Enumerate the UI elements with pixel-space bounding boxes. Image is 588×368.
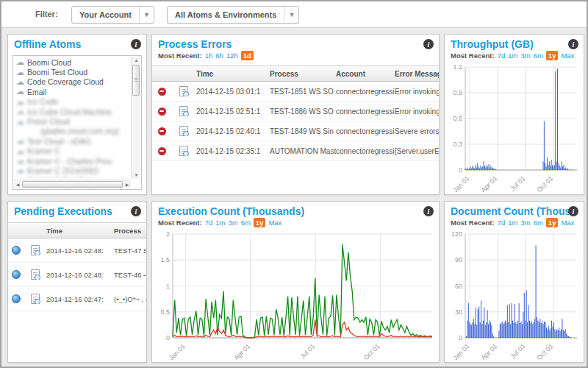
cell-time: 2014-12-15 03:01:1 [196, 88, 270, 96]
vertical-scrollbar[interactable]: ▲ ▼ [131, 57, 140, 179]
account-filter-dropdown[interactable]: Your Account ▼ [71, 6, 154, 24]
view-log-icon[interactable] [31, 294, 40, 304]
process-errors-rows: 2014-12-15 03:01:1 TEST-1851 WS SO conne… [152, 82, 439, 161]
scroll-up-icon[interactable]: ▲ [132, 57, 141, 64]
most-recent-label: Most Recent: [451, 219, 495, 227]
period-link[interactable]: 3m [520, 219, 530, 227]
offline-atoms-list: ☁ Boomi Cloud ☁ Boomi Test Cloud ☁ Code … [15, 57, 129, 178]
view-log-icon[interactable] [31, 245, 40, 255]
cloud-icon: ☁ [15, 137, 25, 145]
period-link[interactable]: 1y [546, 218, 559, 227]
info-icon[interactable]: i [423, 39, 434, 49]
table-row: 2014-12-15 03:01:1 TEST-1851 WS SO conne… [152, 82, 439, 102]
info-icon[interactable]: i [131, 39, 141, 49]
document-count-panel: Document Count (Thousands) i Most Recent… [444, 201, 584, 363]
list-item[interactable]: ☁ Prime Cloud [15, 116, 129, 126]
view-log-icon[interactable] [179, 86, 188, 96]
svg-text:0.9: 0.9 [453, 89, 462, 96]
period-link[interactable]: 6h [215, 52, 223, 60]
period-link[interactable]: 1d [241, 51, 254, 60]
list-item[interactable]: ☁ Kramer C [15, 146, 129, 156]
svg-text:30: 30 [455, 308, 462, 316]
col-process: Process [270, 70, 336, 78]
scrollbar-thumb[interactable] [132, 65, 140, 96]
view-log-icon[interactable] [31, 269, 40, 280]
cloud-icon: ☁ [15, 166, 25, 174]
table-row: 2014-12-15 02:51:1 TEST-1886 WS SO conne… [152, 102, 439, 121]
info-icon[interactable]: i [568, 39, 578, 49]
period-link[interactable]: 7d [498, 52, 506, 60]
svg-text:Apr 01: Apr 01 [480, 174, 499, 192]
period-link[interactable]: 1m [215, 219, 225, 227]
svg-text:Jul 01: Jul 01 [299, 342, 317, 360]
cell-time: 2014-12-16 02:48: [46, 271, 114, 279]
view-log-icon[interactable] [179, 126, 188, 136]
execution-count-chart: 00.511.52Jan 01Apr 01Jul 01Oct 01 [155, 230, 436, 360]
horizontal-scrollbar[interactable]: ◀ ▶ [14, 180, 131, 188]
list-item[interactable]: ☁ Ico Code [15, 97, 129, 107]
list-item[interactable]: (gladier.cloud.com.reg) [15, 127, 129, 136]
cell-time: 2014-12-15 02:51:1 [196, 107, 270, 116]
list-item[interactable]: ☁ Kramer C Sandbox [15, 176, 129, 178]
list-item[interactable]: ☁ Email [15, 87, 129, 96]
period-link[interactable]: 12h [226, 52, 238, 60]
cell-time: 2014-12-16 02:47: [46, 295, 114, 303]
atoms-filter-dropdown[interactable]: All Atoms & Environments ▼ [167, 6, 299, 24]
panel-title: Offline Atoms [14, 38, 81, 50]
svg-text:Jul 01: Jul 01 [509, 342, 526, 360]
svg-text:0: 0 [166, 334, 170, 342]
chevron-down-icon[interactable]: ▼ [284, 7, 298, 23]
info-icon[interactable]: i [131, 206, 141, 216]
list-item[interactable]: ☁ Boomi Test Cloud [15, 67, 129, 77]
period-link[interactable]: 1m [508, 52, 517, 60]
col-error-message: Error Message [395, 70, 439, 78]
process-errors-panel: Process Errors i Most Recent:1h6h12h1d T… [151, 34, 440, 195]
pending-executions-rows: 2014-12-16 02:48: TEST-47 Salesfor 2014-… [8, 238, 146, 311]
svg-text:Jan 01: Jan 01 [451, 174, 470, 192]
period-link[interactable]: Max [268, 219, 282, 227]
period-link[interactable]: 7d [205, 219, 213, 227]
period-link[interactable]: 7d [498, 219, 506, 227]
list-item[interactable]: ☁ Boomi Cloud [15, 57, 129, 67]
period-link[interactable]: 1h [205, 52, 213, 60]
table-row: 2014-12-16 02:48: TEST-47 Salesfor [8, 238, 146, 263]
scrollbar-thumb[interactable] [22, 181, 123, 188]
scroll-left-icon[interactable]: ◀ [14, 180, 21, 189]
svg-text:0.5: 0.5 [160, 308, 170, 316]
panel-title: Execution Count (Thousands) [158, 205, 304, 217]
cell-process: AUTOMATION Mast [270, 147, 336, 155]
period-link[interactable]: 3m [228, 219, 237, 227]
period-link[interactable]: 6m [534, 52, 543, 60]
info-icon[interactable]: i [568, 206, 578, 216]
chevron-down-icon[interactable]: ▼ [139, 7, 154, 23]
svg-text:0.6: 0.6 [453, 115, 462, 122]
cell-account: connectorregressio [336, 107, 395, 116]
period-link[interactable]: 3m [520, 52, 530, 60]
period-link[interactable]: Max [561, 52, 574, 60]
period-link[interactable]: 1y [546, 51, 559, 60]
view-log-icon[interactable] [179, 146, 188, 156]
info-icon[interactable]: i [423, 206, 434, 216]
most-recent-row: Most Recent:1h6h12h1d [158, 52, 254, 60]
scroll-down-icon[interactable]: ▼ [132, 171, 141, 179]
list-item[interactable]: ☁ Test Cloud - xDAG [15, 136, 129, 146]
view-log-icon[interactable] [179, 106, 188, 116]
period-link[interactable]: 1y [254, 218, 266, 227]
table-row: 2014-12-15 02:40:1 TEST-1849 WS Sin conn… [152, 121, 439, 141]
period-link[interactable]: Max [561, 219, 574, 227]
list-item[interactable]: ☁ Kramer C - Charles Prou [15, 156, 129, 166]
period-link[interactable]: 6m [534, 219, 543, 227]
svg-text:1.2: 1.2 [453, 63, 462, 71]
period-link[interactable]: 6m [241, 219, 251, 227]
list-item[interactable]: ☁ Ico Cube Cloud Machine [15, 107, 129, 116]
col-process: Process [114, 227, 146, 235]
table-header: Time Process Account Error Message [152, 66, 439, 82]
panel-title: Process Errors [158, 38, 232, 50]
atom-label: Kramer C Sandbox [27, 176, 93, 178]
period-link[interactable]: 1m [508, 219, 517, 227]
list-item[interactable]: ☁ Code Coverage Cloud [15, 77, 129, 87]
cell-account: connectorregressio [336, 88, 395, 96]
list-item[interactable]: ☁ Kramer C 2014/2002 [15, 166, 129, 175]
table-row: 2014-12-15 02:35:1 AUTOMATION Mast conne… [152, 141, 439, 161]
scroll-right-icon[interactable]: ▶ [123, 180, 131, 189]
